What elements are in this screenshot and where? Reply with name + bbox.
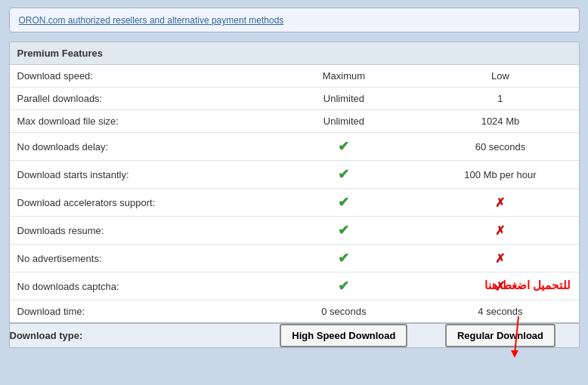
row-feature: Download starts instantly: — [10, 161, 266, 189]
table-row: Max download file size:Unlimited1024 Mb — [10, 110, 579, 133]
table-row: Download time:0 seconds4 seconds — [10, 300, 579, 324]
comparison-table-container: Premium Features Download speed:MaximumL… — [9, 42, 580, 348]
row-premium: ✔ — [265, 217, 422, 245]
arabic-annotation: للتحميل اضغط هنا — [484, 279, 571, 292]
cross-icon: ✗ — [495, 252, 505, 265]
footer-feature-label: Download type: — [10, 323, 266, 347]
row-feature: No downloads delay: — [10, 133, 266, 161]
table-row: No downloads delay:✔60 seconds — [10, 133, 579, 161]
table-row: Downloads resume:✔✗ — [10, 217, 579, 245]
check-icon: ✔ — [338, 139, 349, 154]
row-feature: Parallel downloads: — [10, 88, 266, 110]
top-notice: ORON.com authorized resellers and altern… — [9, 8, 580, 32]
table-row: Parallel downloads:Unlimited1 — [10, 88, 579, 110]
row-premium: ✔ — [265, 245, 422, 273]
row-premium: ✔ — [265, 189, 422, 217]
table-row: Download accelerators support:✔✗ — [10, 189, 579, 217]
cross-icon: ✗ — [495, 196, 505, 209]
cross-icon: ✗ — [495, 224, 505, 237]
row-premium: 0 seconds — [265, 300, 422, 324]
row-regular: 4 seconds — [422, 300, 578, 324]
row-feature: Download speed: — [10, 65, 266, 88]
row-premium: ✔ — [265, 133, 422, 161]
regular-download-button[interactable]: Regular Download — [445, 324, 556, 347]
footer-premium-cell: High Speed Download — [265, 323, 422, 347]
check-icon: ✔ — [338, 223, 349, 238]
check-icon: ✔ — [338, 279, 349, 294]
header-feature: Premium Features — [10, 42, 266, 65]
row-regular: 1 — [422, 88, 578, 110]
row-regular: ✗ — [422, 189, 578, 217]
row-regular: ✗ — [422, 245, 578, 273]
check-icon: ✔ — [338, 195, 349, 210]
row-regular: 60 seconds — [422, 133, 578, 161]
row-feature: Max download file size: — [10, 110, 266, 133]
row-premium: Unlimited — [265, 110, 422, 133]
row-premium: Unlimited — [265, 88, 422, 110]
row-regular: ✗ — [422, 217, 578, 245]
comparison-table: Premium Features Download speed:MaximumL… — [10, 42, 579, 347]
row-regular: 100 Mb per hour — [422, 161, 578, 189]
table-row: Download speed:MaximumLow — [10, 65, 579, 88]
high-speed-download-button[interactable]: High Speed Download — [280, 324, 407, 347]
row-premium: Maximum — [265, 65, 422, 88]
header-regular — [422, 42, 578, 65]
row-feature: Downloads resume: — [10, 217, 266, 245]
row-feature: Download time: — [10, 300, 266, 324]
check-icon: ✔ — [338, 251, 349, 266]
row-feature: No downloads captcha: — [10, 273, 266, 300]
row-regular: Low — [422, 65, 578, 88]
table-row: Download starts instantly:✔100 Mb per ho… — [10, 161, 579, 189]
footer-regular-cell: للتحميل اضغط هنا Regular Download — [422, 323, 578, 347]
row-regular: 1024 Mb — [422, 110, 578, 133]
svg-marker-1 — [511, 350, 518, 358]
row-feature: No advertisements: — [10, 245, 266, 273]
table-row: No advertisements:✔✗ — [10, 245, 579, 273]
row-premium: ✔ — [265, 161, 422, 189]
row-premium: ✔ — [265, 273, 422, 300]
row-feature: Download accelerators support: — [10, 189, 266, 217]
check-icon: ✔ — [338, 167, 349, 182]
header-premium — [265, 42, 422, 65]
notice-link[interactable]: ORON.com authorized resellers and altern… — [19, 15, 284, 26]
